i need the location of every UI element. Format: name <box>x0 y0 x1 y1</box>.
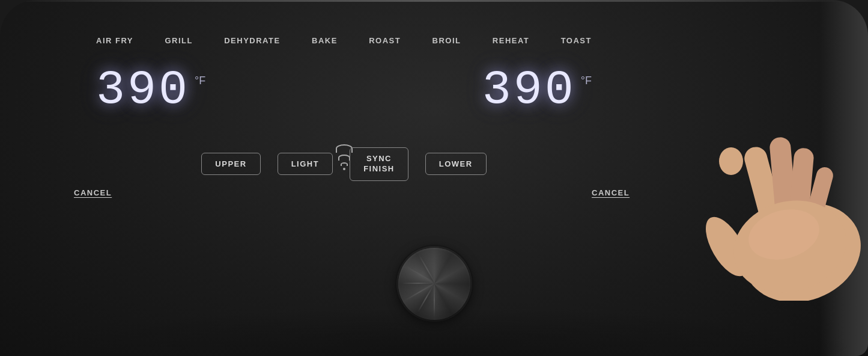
sync-finish-button[interactable]: SYNCFINISH <box>350 147 408 181</box>
upper-temp-unit: °F <box>195 75 205 87</box>
mode-label-broil[interactable]: BROIL <box>432 36 461 45</box>
lower-temp-value: 390 <box>482 66 576 114</box>
mode-label-grill[interactable]: GRILL <box>165 36 193 45</box>
svg-point-8 <box>719 147 743 175</box>
appliance-panel: AIR FRY GRILL DEHYDRATE BAKE ROAST BROIL… <box>0 0 868 356</box>
mode-label-roast[interactable]: ROAST <box>369 36 401 45</box>
temperature-displays: 390 °F 390 °F <box>60 66 628 114</box>
control-knob-container <box>398 248 470 320</box>
mode-label-reheat[interactable]: REHEAT <box>493 36 529 45</box>
mode-labels-row: AIR FRY GRILL DEHYDRATE BAKE ROAST BROIL… <box>60 36 628 45</box>
upper-temp-value: 390 <box>96 66 190 114</box>
mode-label-toast[interactable]: TOAST <box>561 36 592 45</box>
lower-temp-display: 390 °F <box>482 66 592 114</box>
light-button[interactable]: LIGHT <box>278 153 333 175</box>
upper-button[interactable]: UPPER <box>201 153 260 175</box>
hand-image-area <box>598 0 868 356</box>
cancel-left-button[interactable]: CANCEL <box>74 188 112 197</box>
control-knob[interactable] <box>398 248 470 320</box>
mode-label-dehydrate[interactable]: DEHYDRATE <box>224 36 280 45</box>
lower-temp-unit: °F <box>581 75 592 87</box>
knob-line-1 <box>434 284 435 317</box>
upper-temp-display: 390 °F <box>96 66 205 114</box>
hand-svg <box>634 60 868 301</box>
mode-label-air-fry[interactable]: AIR FRY <box>96 36 133 45</box>
lower-button[interactable]: LOWER <box>425 153 487 175</box>
mode-label-bake[interactable]: BAKE <box>312 36 338 45</box>
control-buttons-row: UPPER LIGHT SYNCFINISH LOWER <box>60 147 628 181</box>
knob-line-4 <box>402 283 435 284</box>
